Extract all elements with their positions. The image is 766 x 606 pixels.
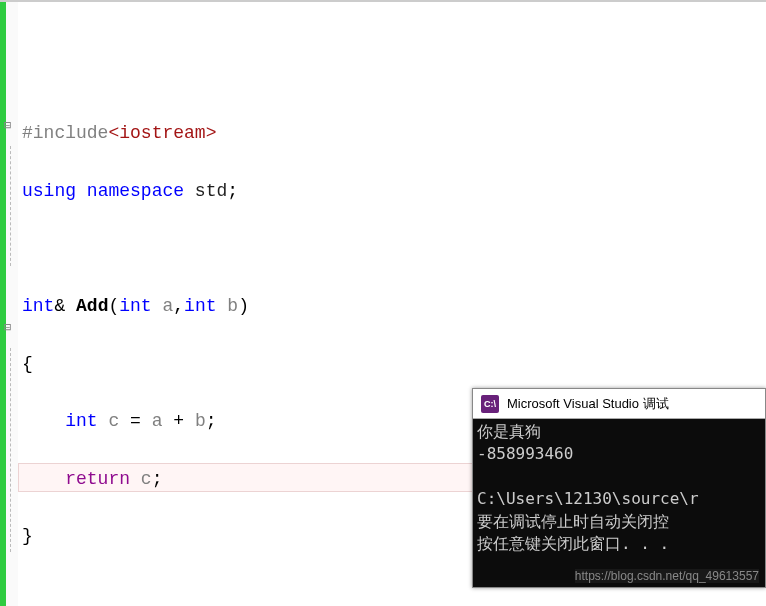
code-line: using namespace std; [22, 177, 762, 206]
fold-collapse-icon[interactable]: ⊟ [4, 118, 11, 132]
code-line [22, 580, 762, 606]
fold-guide-line [10, 146, 11, 266]
code-line: return c; [22, 465, 762, 494]
code-line: #include<iostream> [22, 119, 762, 148]
code-line [22, 234, 762, 263]
code-line: int c = a + b; [22, 407, 762, 436]
code-line: { [22, 350, 762, 379]
fold-collapse-icon[interactable]: ⊟ [4, 320, 11, 334]
code-line: int& Add(int a,int b) [22, 292, 762, 321]
code-content[interactable]: #include<iostream> using namespace std; … [18, 2, 766, 606]
code-editor[interactable]: ⊟ ⊟ #include<iostream> using namespace s… [0, 0, 766, 606]
code-line: } [22, 522, 762, 551]
change-indicator-bar [0, 2, 6, 606]
fold-guide-line [10, 348, 11, 552]
editor-gutter: ⊟ ⊟ [0, 2, 18, 606]
